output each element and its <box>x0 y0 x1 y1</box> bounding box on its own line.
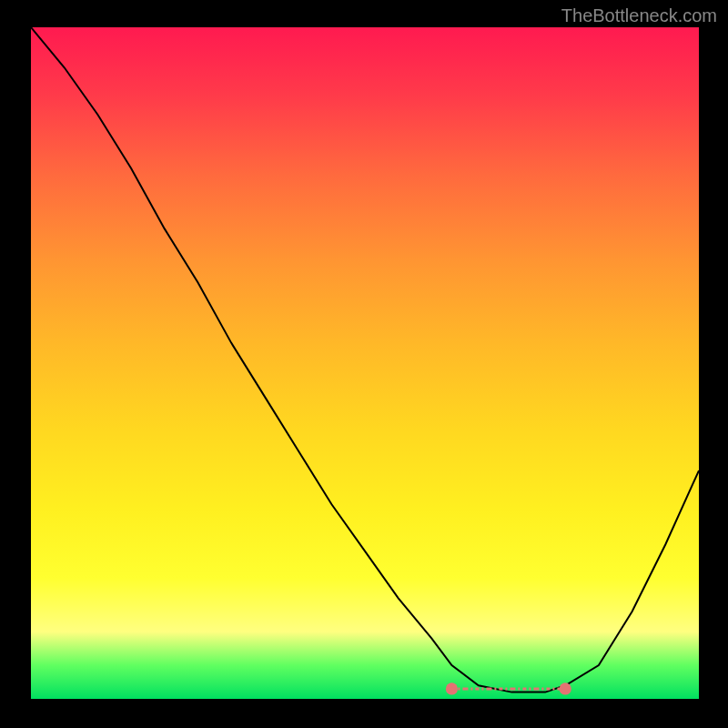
chart-svg <box>31 27 699 699</box>
chart-plot-area <box>31 27 699 699</box>
optimal-zone-end-dot <box>446 682 458 694</box>
watermark-text: TheBottleneck.com <box>561 5 717 26</box>
bottleneck-curve-path <box>31 27 699 693</box>
